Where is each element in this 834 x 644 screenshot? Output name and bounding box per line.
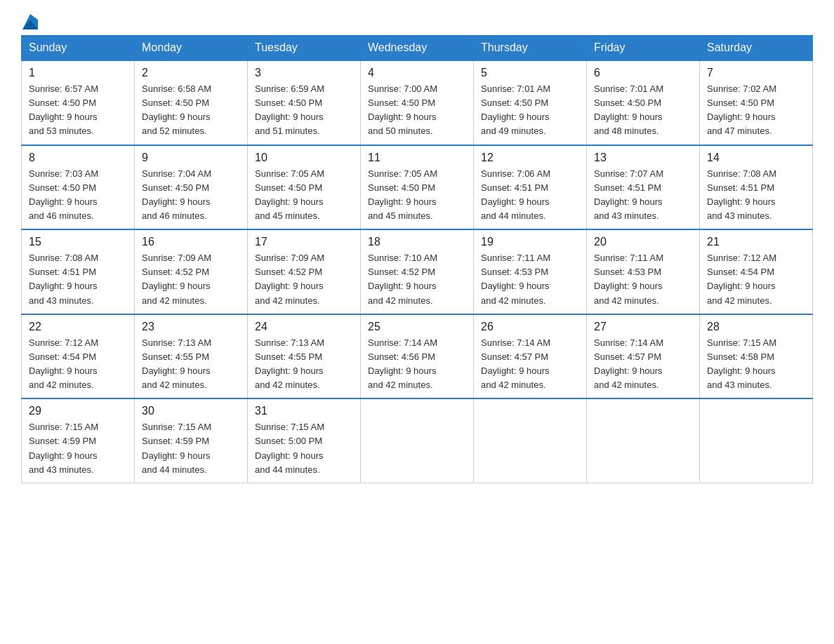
day-info: Sunrise: 7:00 AM Sunset: 4:50 PM Dayligh… <box>368 82 466 139</box>
day-info: Sunrise: 7:09 AM Sunset: 4:52 PM Dayligh… <box>142 251 240 308</box>
day-number: 1 <box>29 67 127 79</box>
day-number: 22 <box>29 321 127 333</box>
day-info: Sunrise: 7:08 AM Sunset: 4:51 PM Dayligh… <box>29 251 127 308</box>
calendar-cell: 9 Sunrise: 7:04 AM Sunset: 4:50 PM Dayli… <box>135 145 248 230</box>
day-info: Sunrise: 7:15 AM Sunset: 5:00 PM Dayligh… <box>255 420 353 477</box>
calendar-cell: 21 Sunrise: 7:12 AM Sunset: 4:54 PM Dayl… <box>700 229 813 314</box>
page-header <box>21 14 813 28</box>
day-header-saturday: Saturday <box>700 36 813 61</box>
calendar-cell <box>700 398 813 483</box>
day-number: 4 <box>368 67 466 79</box>
day-number: 27 <box>594 321 692 333</box>
day-info: Sunrise: 7:07 AM Sunset: 4:51 PM Dayligh… <box>594 167 692 224</box>
day-header-monday: Monday <box>135 36 248 61</box>
calendar-cell: 16 Sunrise: 7:09 AM Sunset: 4:52 PM Dayl… <box>135 229 248 314</box>
day-number: 21 <box>707 236 805 248</box>
calendar-header-row: SundayMondayTuesdayWednesdayThursdayFrid… <box>22 36 813 61</box>
day-info: Sunrise: 6:57 AM Sunset: 4:50 PM Dayligh… <box>29 82 127 139</box>
day-info: Sunrise: 7:04 AM Sunset: 4:50 PM Dayligh… <box>142 167 240 224</box>
day-number: 17 <box>255 236 353 248</box>
calendar-cell: 3 Sunrise: 6:59 AM Sunset: 4:50 PM Dayli… <box>248 60 361 145</box>
day-info: Sunrise: 6:59 AM Sunset: 4:50 PM Dayligh… <box>255 82 353 139</box>
day-info: Sunrise: 7:15 AM Sunset: 4:58 PM Dayligh… <box>707 336 805 393</box>
calendar-cell: 18 Sunrise: 7:10 AM Sunset: 4:52 PM Dayl… <box>361 229 474 314</box>
day-header-thursday: Thursday <box>474 36 587 61</box>
calendar-cell: 20 Sunrise: 7:11 AM Sunset: 4:53 PM Dayl… <box>587 229 700 314</box>
calendar-cell: 28 Sunrise: 7:15 AM Sunset: 4:58 PM Dayl… <box>700 314 813 399</box>
day-number: 25 <box>368 321 466 333</box>
day-number: 28 <box>707 321 805 333</box>
day-number: 30 <box>142 405 240 417</box>
day-number: 18 <box>368 236 466 248</box>
day-number: 13 <box>594 152 692 164</box>
day-number: 2 <box>142 67 240 79</box>
week-row-2: 8 Sunrise: 7:03 AM Sunset: 4:50 PM Dayli… <box>22 145 813 230</box>
day-number: 29 <box>29 405 127 417</box>
calendar-cell: 22 Sunrise: 7:12 AM Sunset: 4:54 PM Dayl… <box>22 314 135 399</box>
day-number: 23 <box>142 321 240 333</box>
day-info: Sunrise: 7:06 AM Sunset: 4:51 PM Dayligh… <box>481 167 579 224</box>
day-number: 16 <box>142 236 240 248</box>
calendar-cell: 12 Sunrise: 7:06 AM Sunset: 4:51 PM Dayl… <box>474 145 587 230</box>
calendar-cell: 17 Sunrise: 7:09 AM Sunset: 4:52 PM Dayl… <box>248 229 361 314</box>
day-info: Sunrise: 6:58 AM Sunset: 4:50 PM Dayligh… <box>142 82 240 139</box>
calendar-cell: 14 Sunrise: 7:08 AM Sunset: 4:51 PM Dayl… <box>700 145 813 230</box>
day-info: Sunrise: 7:13 AM Sunset: 4:55 PM Dayligh… <box>255 336 353 393</box>
calendar-cell: 24 Sunrise: 7:13 AM Sunset: 4:55 PM Dayl… <box>248 314 361 399</box>
day-info: Sunrise: 7:12 AM Sunset: 4:54 PM Dayligh… <box>29 336 127 393</box>
day-info: Sunrise: 7:11 AM Sunset: 4:53 PM Dayligh… <box>481 251 579 308</box>
week-row-3: 15 Sunrise: 7:08 AM Sunset: 4:51 PM Dayl… <box>22 229 813 314</box>
day-number: 9 <box>142 152 240 164</box>
day-info: Sunrise: 7:03 AM Sunset: 4:50 PM Dayligh… <box>29 167 127 224</box>
calendar-cell: 26 Sunrise: 7:14 AM Sunset: 4:57 PM Dayl… <box>474 314 587 399</box>
day-number: 15 <box>29 236 127 248</box>
calendar-cell <box>361 398 474 483</box>
day-info: Sunrise: 7:15 AM Sunset: 4:59 PM Dayligh… <box>142 420 240 477</box>
day-header-wednesday: Wednesday <box>361 36 474 61</box>
logo-icon <box>22 14 38 29</box>
day-info: Sunrise: 7:11 AM Sunset: 4:53 PM Dayligh… <box>594 251 692 308</box>
day-number: 10 <box>255 152 353 164</box>
calendar-cell: 23 Sunrise: 7:13 AM Sunset: 4:55 PM Dayl… <box>135 314 248 399</box>
day-number: 31 <box>255 405 353 417</box>
calendar-cell <box>474 398 587 483</box>
calendar-cell: 31 Sunrise: 7:15 AM Sunset: 5:00 PM Dayl… <box>248 398 361 483</box>
calendar-cell: 19 Sunrise: 7:11 AM Sunset: 4:53 PM Dayl… <box>474 229 587 314</box>
day-info: Sunrise: 7:09 AM Sunset: 4:52 PM Dayligh… <box>255 251 353 308</box>
day-info: Sunrise: 7:14 AM Sunset: 4:57 PM Dayligh… <box>481 336 579 393</box>
day-info: Sunrise: 7:14 AM Sunset: 4:57 PM Dayligh… <box>594 336 692 393</box>
day-info: Sunrise: 7:05 AM Sunset: 4:50 PM Dayligh… <box>255 167 353 224</box>
calendar-cell: 30 Sunrise: 7:15 AM Sunset: 4:59 PM Dayl… <box>135 398 248 483</box>
day-number: 14 <box>707 152 805 164</box>
calendar-cell: 4 Sunrise: 7:00 AM Sunset: 4:50 PM Dayli… <box>361 60 474 145</box>
calendar-cell: 25 Sunrise: 7:14 AM Sunset: 4:56 PM Dayl… <box>361 314 474 399</box>
day-number: 8 <box>29 152 127 164</box>
calendar-table: SundayMondayTuesdayWednesdayThursdayFrid… <box>21 35 813 483</box>
calendar-cell: 11 Sunrise: 7:05 AM Sunset: 4:50 PM Dayl… <box>361 145 474 230</box>
week-row-5: 29 Sunrise: 7:15 AM Sunset: 4:59 PM Dayl… <box>22 398 813 483</box>
week-row-1: 1 Sunrise: 6:57 AM Sunset: 4:50 PM Dayli… <box>22 60 813 145</box>
day-number: 19 <box>481 236 579 248</box>
day-number: 11 <box>368 152 466 164</box>
logo <box>21 14 38 28</box>
day-number: 6 <box>594 67 692 79</box>
calendar-cell: 8 Sunrise: 7:03 AM Sunset: 4:50 PM Dayli… <box>22 145 135 230</box>
calendar-cell: 13 Sunrise: 7:07 AM Sunset: 4:51 PM Dayl… <box>587 145 700 230</box>
calendar-cell: 7 Sunrise: 7:02 AM Sunset: 4:50 PM Dayli… <box>700 60 813 145</box>
calendar-cell: 6 Sunrise: 7:01 AM Sunset: 4:50 PM Dayli… <box>587 60 700 145</box>
day-number: 3 <box>255 67 353 79</box>
day-info: Sunrise: 7:14 AM Sunset: 4:56 PM Dayligh… <box>368 336 466 393</box>
day-header-friday: Friday <box>587 36 700 61</box>
calendar-cell: 27 Sunrise: 7:14 AM Sunset: 4:57 PM Dayl… <box>587 314 700 399</box>
day-number: 12 <box>481 152 579 164</box>
day-info: Sunrise: 7:10 AM Sunset: 4:52 PM Dayligh… <box>368 251 466 308</box>
calendar-cell: 2 Sunrise: 6:58 AM Sunset: 4:50 PM Dayli… <box>135 60 248 145</box>
week-row-4: 22 Sunrise: 7:12 AM Sunset: 4:54 PM Dayl… <box>22 314 813 399</box>
day-info: Sunrise: 7:01 AM Sunset: 4:50 PM Dayligh… <box>594 82 692 139</box>
calendar-cell: 1 Sunrise: 6:57 AM Sunset: 4:50 PM Dayli… <box>22 60 135 145</box>
calendar-cell: 5 Sunrise: 7:01 AM Sunset: 4:50 PM Dayli… <box>474 60 587 145</box>
day-number: 24 <box>255 321 353 333</box>
day-info: Sunrise: 7:02 AM Sunset: 4:50 PM Dayligh… <box>707 82 805 139</box>
day-info: Sunrise: 7:05 AM Sunset: 4:50 PM Dayligh… <box>368 167 466 224</box>
day-number: 7 <box>707 67 805 79</box>
